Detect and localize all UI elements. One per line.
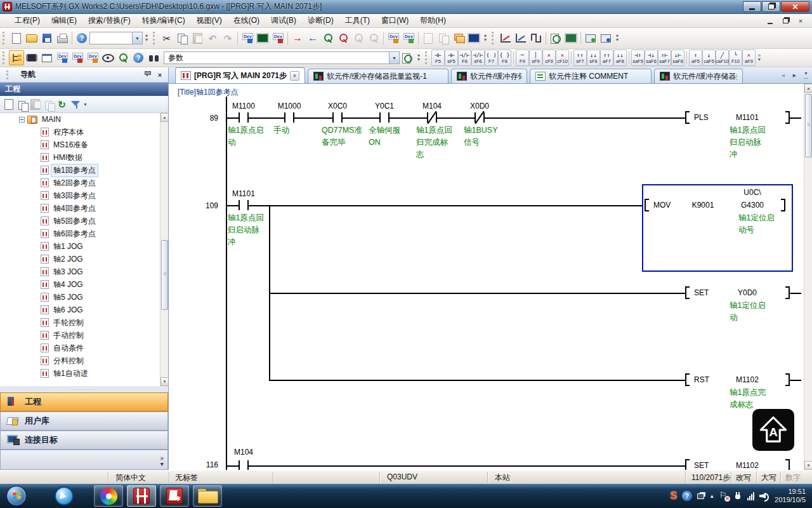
toolbar-overflow-icon[interactable]: »▾ [756,51,763,65]
sogou-ime-icon[interactable]: S [670,490,677,502]
falling-pulse-close-branch-button[interactable]: ↓⊢saF8 [671,50,684,66]
tree-item[interactable]: 轴3 JOG [0,265,168,278]
tab-scroll-right-icon[interactable]: ▶ [790,70,799,81]
toolbar-grip[interactable] [492,32,495,44]
panel-splitter[interactable]: ········· [0,386,168,392]
note-icon[interactable] [85,50,100,65]
operand-g4300[interactable]: G4300 [722,201,783,210]
project-view-button[interactable]: 工程 [0,392,168,411]
taskbar-media-button[interactable] [94,485,123,507]
display-mode-icon[interactable] [100,50,115,65]
menu-item[interactable]: 帮助(H) [414,13,452,28]
redo-icon[interactable]: ↷ [220,30,235,46]
undo-icon[interactable]: ↶ [205,30,220,46]
watch-stop-icon[interactable] [598,30,613,46]
taskbar-explorer-button[interactable] [193,485,222,507]
tree-item[interactable]: 轴5 JOG [0,291,168,304]
logging-pulse-icon[interactable] [528,30,544,46]
taskbar-gxconfig-button[interactable] [160,485,189,507]
delete-line-button[interactable]: ×aF9 [742,50,756,66]
start-button[interactable] [6,486,27,506]
invert-operation-falling-button[interactable]: ↓caF5 [702,50,716,66]
delete-vertical-line-button[interactable]: ×cF10 [556,50,569,66]
coil-button[interactable]: ( )F7 [485,50,498,66]
application-instruction-button[interactable]: { }F8 [498,50,511,66]
tree-item[interactable]: 自动条件 [0,342,168,354]
rising-pulse-close-button[interactable]: ⊣↑saF5 [631,50,645,66]
ladder-canvas[interactable]: [Title]轴1回参考点 89 M1100 轴1原点启 动 M1000 手动 … [169,84,804,470]
scrollbar-thumb[interactable] [805,94,812,157]
output-window-icon[interactable] [39,50,55,65]
tab-list-icon[interactable]: ▼— [801,70,811,81]
scroll-up-icon[interactable]: ▲ [804,84,812,93]
tree-item[interactable]: HMI数据 [0,151,168,164]
horizontal-line-button[interactable]: ─F9 [516,50,529,66]
logging-trend-icon[interactable] [498,30,513,46]
copy-icon[interactable] [174,30,190,46]
toolbar-grip[interactable] [425,51,429,64]
tree-item[interactable]: 轴4 JOG [0,278,168,291]
close-contact-button[interactable]: ⊣/⊢F6 [458,50,471,66]
operand-u0c[interactable]: U0C\ [722,188,783,197]
contact-m1101[interactable] [239,200,249,210]
taskbar-browser-button[interactable] [49,485,79,507]
stack-icon[interactable] [451,30,466,46]
contact-m104[interactable] [239,460,249,470]
editor-scrollbar[interactable]: ▲ ▼ [804,84,812,470]
menu-item[interactable]: 在线(O) [228,13,265,28]
paste-data-icon[interactable] [29,98,42,111]
mdi-restore-button[interactable] [780,17,790,25]
ime-help-icon[interactable]: ? [682,491,692,501]
operand-m1102[interactable]: M1102 [723,461,771,470]
collapse-icon[interactable] [19,117,25,123]
menu-item[interactable]: 工程(P) [9,13,46,28]
open-contact-button[interactable]: ⊣⊢F5 [431,50,445,66]
project-section-header[interactable]: 工程 [0,83,168,96]
program-check-icon[interactable] [421,30,436,46]
log-monitor-icon[interactable] [563,30,579,46]
device-test-icon[interactable] [401,30,416,46]
restore-button[interactable] [762,1,780,12]
tab-device-monitor-3[interactable]: 软元件/缓冲存储器批量监视 [654,69,743,83]
rising-pulse-close-branch-button[interactable]: ↑⊢saF7 [658,50,671,66]
mdi-minimize-button[interactable] [765,17,775,25]
falling-pulse-branch-button[interactable]: ↓↓aF8 [613,50,627,66]
device-batch-write-icon[interactable] [386,30,401,46]
tree-item[interactable]: MS16准备 [0,138,168,151]
panel-grip[interactable] [6,70,10,79]
open-project-icon[interactable] [24,30,39,46]
search-combobox[interactable]: 参数▼ [164,51,400,64]
window-stack-icon[interactable] [697,493,704,499]
falling-pulse-button[interactable]: ↓↓sF8 [587,50,600,66]
taskbar-clock[interactable]: 19:51 2019/10/5 [775,488,809,504]
vertical-line-button[interactable]: │sF9 [529,50,542,66]
new-project-icon[interactable] [9,30,24,46]
menu-item[interactable]: 诊断(D) [302,13,339,28]
cross-reference-icon[interactable] [146,50,161,65]
tree-item[interactable]: 轴4回参考点 [0,202,168,215]
scroll-up-icon[interactable]: ▲ [160,113,168,122]
minimize-button[interactable] [743,1,761,12]
tab-device-monitor-2[interactable]: 软元件/缓冲存储器批量监视-2 [451,69,527,83]
menu-item[interactable]: 编辑(E) [46,13,82,28]
tab-main-program[interactable]: [PRG]R 写入 MAIN 2071步 [175,67,305,83]
help-icon[interactable]: ? [74,30,89,46]
tree-item[interactable]: 程序本体 [0,126,168,138]
tree-item[interactable]: 手轮控制 [0,316,168,329]
statement-icon[interactable] [70,50,85,65]
instruction-rst[interactable]: RST [694,375,709,384]
close-panel-icon[interactable] [155,70,164,79]
menu-item[interactable]: 搜索/替换(F) [82,13,136,28]
taskbar-gxworks2-button[interactable] [127,485,156,507]
combo-arrow-icon[interactable]: ▼ [389,52,399,64]
tree-item[interactable]: 轴6 JOG [0,304,168,316]
menu-item[interactable]: 工具(T) [339,13,376,28]
device-comment-icon[interactable] [55,50,70,65]
new-data-icon[interactable] [2,98,15,111]
contact-y0c1[interactable] [379,112,390,123]
tree-item[interactable]: 轴1 JOG [0,240,168,253]
tree-item[interactable]: 轴6回参考点 [0,227,168,240]
tree-scrollbar[interactable]: ▲ ▼ [160,113,168,386]
menu-item[interactable]: 转换/编译(C) [136,13,191,28]
combo-arrow-icon[interactable]: ▼ [132,32,142,44]
